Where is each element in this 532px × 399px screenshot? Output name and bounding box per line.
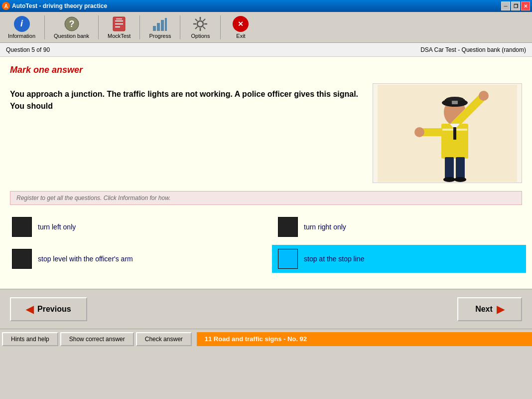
- toolbar-item-exit[interactable]: ✕ Exit: [226, 14, 256, 41]
- toolbar-separator-2: [98, 15, 99, 39]
- svg-point-11: [197, 21, 203, 27]
- exit-label: Exit: [236, 33, 245, 39]
- svg-line-19: [195, 26, 198, 29]
- progress-icon: [152, 16, 168, 32]
- next-arrow-icon: ▶: [497, 303, 504, 315]
- answer-text-4: stop at the stop line: [304, 255, 364, 263]
- app-icon: A: [2, 2, 10, 10]
- svg-rect-7: [153, 26, 156, 31]
- svg-point-28: [479, 91, 489, 101]
- bottom-navigation: ◀ Previous Next ▶: [0, 289, 532, 329]
- information-label: Information: [8, 33, 35, 39]
- answer-checkbox-3[interactable]: [12, 249, 32, 269]
- svg-line-16: [195, 19, 198, 21]
- answer-checkbox-1[interactable]: [12, 217, 32, 237]
- svg-rect-37: [453, 127, 456, 140]
- toolbar-item-mock-test[interactable]: MockTest: [104, 14, 134, 41]
- previous-label: Previous: [37, 305, 71, 314]
- answer-text-1: turn left only: [38, 223, 76, 231]
- question-text: You approach a junction. The traffic lig…: [10, 83, 363, 183]
- svg-rect-32: [456, 157, 465, 180]
- action-bar: Hints and help Show correct answer Check…: [0, 329, 532, 349]
- svg-rect-10: [165, 18, 167, 31]
- svg-point-33: [443, 177, 455, 182]
- title-bar-controls[interactable]: ─ ❐ ✕: [501, 1, 530, 10]
- question-counter: Question 5 of 90: [6, 46, 50, 53]
- previous-arrow-icon: ◀: [26, 303, 33, 315]
- svg-rect-31: [445, 157, 454, 180]
- svg-point-34: [454, 177, 466, 182]
- hints-help-button[interactable]: Hints and help: [2, 332, 58, 346]
- answer-option-1[interactable]: turn left only: [10, 215, 256, 239]
- minimize-button[interactable]: ─: [501, 1, 510, 10]
- close-button[interactable]: ✕: [521, 1, 530, 10]
- answer-checkbox-4[interactable]: [278, 249, 298, 269]
- progress-label: Progress: [149, 33, 171, 39]
- answer-checkbox-2[interactable]: [278, 217, 298, 237]
- content-area: Mark one answer You approach a junction.…: [0, 57, 532, 289]
- svg-rect-8: [157, 23, 160, 31]
- svg-line-17: [203, 26, 206, 29]
- answers-grid: turn left only turn right only stop leve…: [10, 215, 522, 271]
- toolbar-separator-3: [139, 15, 140, 39]
- information-icon: i: [14, 16, 30, 32]
- check-answer-button[interactable]: Check answer: [136, 332, 192, 346]
- svg-rect-9: [161, 20, 164, 31]
- answer-option-3[interactable]: stop level with the officer's arm: [10, 247, 256, 271]
- toolbar: i Information ? Question bank MockTest: [0, 12, 532, 43]
- svg-rect-25: [452, 101, 458, 104]
- test-name: DSA Car Test - Question bank (random): [420, 46, 526, 53]
- svg-point-30: [414, 127, 424, 137]
- toolbar-separator-4: [180, 15, 180, 39]
- svg-text:?: ?: [69, 19, 74, 29]
- exit-icon: ✕: [233, 16, 249, 32]
- toolbar-item-question-bank[interactable]: ? Question bank: [50, 14, 93, 41]
- question-body: You approach a junction. The traffic lig…: [10, 83, 522, 183]
- answer-option-4[interactable]: stop at the stop line: [272, 245, 526, 273]
- svg-line-18: [203, 19, 206, 21]
- toolbar-separator-5: [220, 15, 221, 39]
- title-bar: A AutoTest - driving theory practice ─ ❐…: [0, 0, 532, 12]
- answer-text-2: turn right only: [304, 223, 346, 231]
- mock-test-label: MockTest: [108, 33, 131, 39]
- status-bar: Question 5 of 90 DSA Car Test - Question…: [0, 43, 532, 57]
- category-badge: 11 Road and traffic signs - No. 92: [197, 332, 532, 346]
- answer-option-2[interactable]: turn right only: [276, 215, 522, 239]
- question-heading: Mark one answer: [10, 65, 522, 75]
- mock-test-icon: [111, 16, 127, 32]
- question-bank-label: Question bank: [54, 33, 89, 39]
- options-label: Options: [191, 33, 210, 39]
- register-notice: Register to get all the questions. Click…: [10, 191, 522, 205]
- previous-button[interactable]: ◀ Previous: [10, 297, 87, 321]
- next-label: Next: [475, 305, 493, 314]
- title-bar-left: A AutoTest - driving theory practice: [2, 2, 107, 10]
- question-image: [373, 83, 522, 183]
- show-correct-answer-button[interactable]: Show correct answer: [60, 332, 134, 346]
- window-title: AutoTest - driving theory practice: [12, 2, 107, 9]
- restore-button[interactable]: ❐: [511, 1, 520, 10]
- toolbar-item-progress[interactable]: Progress: [145, 14, 175, 41]
- question-bank-icon: ?: [64, 16, 80, 32]
- next-button[interactable]: Next ▶: [457, 297, 522, 321]
- answer-text-3: stop level with the officer's arm: [38, 255, 133, 263]
- options-icon: [192, 16, 208, 32]
- toolbar-item-information[interactable]: i Information: [4, 14, 39, 41]
- toolbar-separator-1: [44, 15, 45, 39]
- toolbar-item-options[interactable]: Options: [185, 14, 215, 41]
